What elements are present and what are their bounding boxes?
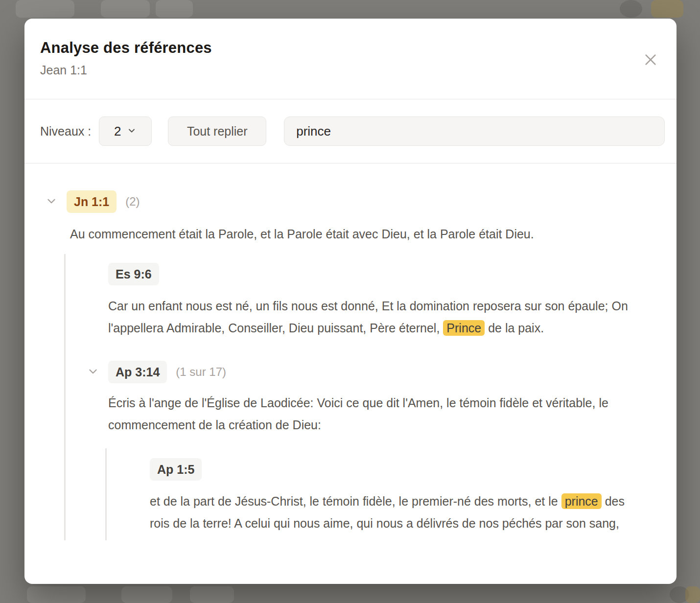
verse-text-jn-1-1: Au commencement était la Parole, et la P… <box>70 223 653 245</box>
collapse-toggle[interactable] <box>43 193 60 210</box>
tree-row-ap-1-5: Ap 1:5 <box>150 458 656 481</box>
levels-label: Niveaux : <box>40 124 91 139</box>
chevron-down-icon <box>87 365 99 379</box>
collapse-toggle[interactable] <box>85 364 101 380</box>
search-match-highlight: prince <box>561 493 602 509</box>
chevron-down-icon <box>127 124 137 139</box>
dimmed-background-shape <box>27 586 86 603</box>
dimmed-background-shape <box>190 586 234 603</box>
close-button[interactable] <box>638 48 663 72</box>
reference-badge-ap-1-5[interactable]: Ap 1:5 <box>150 458 202 481</box>
tree-level-1-group: Es 9:6 Car un enfant nous est né, un fil… <box>64 254 677 540</box>
dimmed-background-shape <box>651 0 683 18</box>
reference-count: (2) <box>125 195 140 209</box>
levels-select-value: 2 <box>114 124 121 139</box>
verse-segment: de la paix. <box>485 321 544 335</box>
reference-count: (1 sur 17) <box>176 365 226 379</box>
page-title: Analyse des références <box>40 39 661 57</box>
verse-text-es-9-6: Car un enfant nous est né, un fils nous … <box>108 295 656 339</box>
close-icon <box>643 52 658 69</box>
collapse-all-button[interactable]: Tout replier <box>168 116 266 146</box>
tree-row-jn-1-1: Jn 1:1 (2) <box>67 190 677 213</box>
toolbar: Niveaux : 2 Tout replier <box>40 116 665 146</box>
dimmed-background-shape <box>620 0 642 18</box>
reference-badge-ap-3-14[interactable]: Ap 3:14 <box>108 361 167 383</box>
verse-text-ap-1-5: et de la part de Jésus-Christ, le témoin… <box>150 490 645 534</box>
dialog-header: Analyse des références Jean 1:1 <box>24 19 677 77</box>
search-input[interactable] <box>284 116 665 146</box>
verse-segment: et de la part de Jésus-Christ, le témoin… <box>150 494 561 508</box>
levels-select[interactable]: 2 <box>99 116 152 146</box>
verse-reference-subtitle: Jean 1:1 <box>40 63 661 77</box>
verse-segment: Car un enfant nous est né, un fils nous … <box>108 299 628 335</box>
header-divider <box>24 99 677 99</box>
tree-level-2-group: Ap 1:5 et de la part de Jésus-Christ, le… <box>105 448 656 540</box>
reference-tree: Jn 1:1 (2) Au commencement était la Paro… <box>24 163 677 584</box>
dimmed-background-shape <box>685 586 700 603</box>
reference-badge-es-9-6[interactable]: Es 9:6 <box>108 263 159 285</box>
dimmed-background-shape <box>121 586 172 603</box>
tree-row-es-9-6: Es 9:6 <box>108 263 656 285</box>
verse-text-ap-3-14: Écris à l'ange de l'Église de Laodicée: … <box>108 392 652 436</box>
dimmed-background-shape <box>16 0 74 18</box>
reference-badge-jn-1-1[interactable]: Jn 1:1 <box>67 190 117 213</box>
tree-row-ap-3-14: Ap 3:14 (1 sur 17) <box>108 361 656 383</box>
chevron-down-icon <box>45 195 58 209</box>
dimmed-background-shape <box>101 0 150 18</box>
search-match-highlight: Prince <box>443 320 485 336</box>
dimmed-background-shape <box>156 0 193 18</box>
cross-reference-analysis-dialog: Analyse des références Jean 1:1 Niveaux … <box>24 19 677 584</box>
